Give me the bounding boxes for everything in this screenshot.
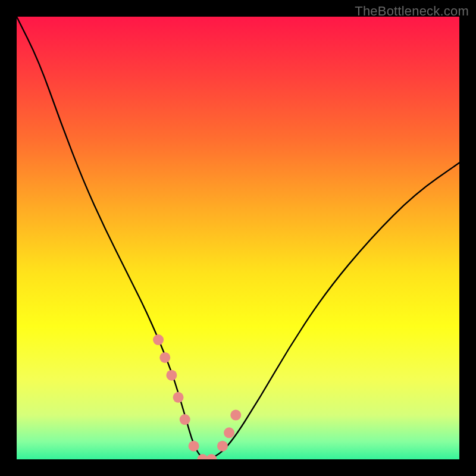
highlight-marker xyxy=(180,414,190,425)
outer-frame: TheBottleneck.com xyxy=(0,0,476,476)
highlight-marker xyxy=(189,441,199,452)
watermark-text: TheBottleneck.com xyxy=(355,4,469,19)
highlight-marker xyxy=(173,392,184,403)
gradient-background xyxy=(17,17,459,459)
bottleneck-plot xyxy=(17,17,459,459)
highlight-marker xyxy=(224,427,234,438)
highlight-marker xyxy=(217,441,228,452)
highlight-marker xyxy=(230,410,241,421)
plot-svg xyxy=(17,17,459,459)
highlight-marker xyxy=(153,334,164,345)
highlight-marker xyxy=(166,370,177,381)
highlight-marker xyxy=(159,352,170,363)
